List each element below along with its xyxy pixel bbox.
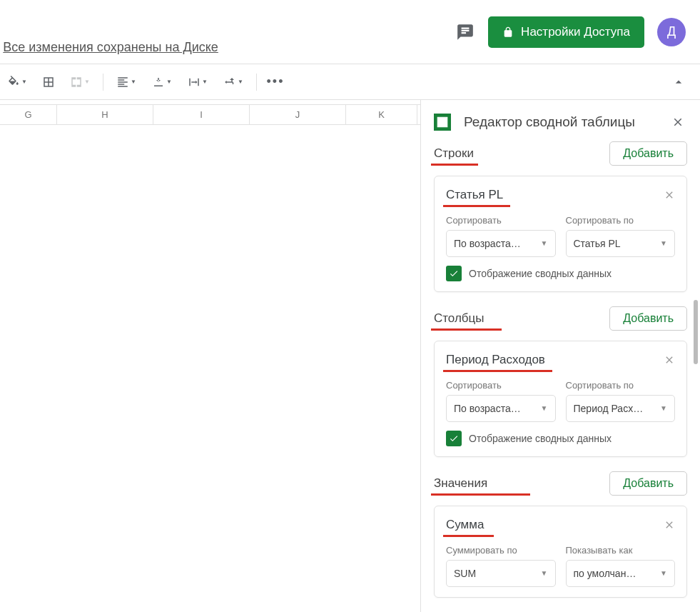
chevron-down-icon: ▼ — [202, 79, 208, 85]
chevron-down-icon: ▼ — [660, 404, 667, 412]
summarize-by-select[interactable]: SUM ▼ — [446, 560, 556, 587]
pivot-editor-panel: Редактор сводной таблицы Строки Добавить… — [420, 100, 700, 612]
sort-by-select[interactable]: Статья PL ▼ — [566, 230, 676, 257]
section-head: Значения Добавить — [434, 471, 687, 496]
row-field-card: Статья PL Сортировать По возраста… ▼ — [434, 176, 687, 292]
sort-order-select[interactable]: По возраста… ▼ — [446, 230, 556, 257]
merge-cells-button[interactable]: ▼ — [63, 69, 97, 95]
chevron-down-icon: ▼ — [660, 569, 667, 577]
col-header[interactable]: G — [0, 105, 57, 124]
header-left: ка Все изменения сохранены на Диске — [0, 40, 218, 55]
horizontal-align-button[interactable]: ▼ — [109, 69, 143, 95]
sort-order-label: Сортировать — [446, 215, 556, 226]
separator — [256, 74, 257, 91]
sort-order-value: По возраста… — [454, 238, 521, 249]
share-button-label: Настройки Доступа — [521, 25, 630, 39]
collapse-toolbar-button[interactable] — [666, 69, 691, 95]
annotation-underline — [431, 493, 530, 496]
header-right: Настройки Доступа Д — [455, 16, 686, 48]
chevron-down-icon: ▼ — [541, 404, 548, 412]
text-wrap-button[interactable]: ▼ — [181, 69, 215, 95]
fill-color-button[interactable]: ▼ — [0, 69, 34, 95]
check-icon — [449, 433, 459, 443]
col-header[interactable]: K — [346, 105, 417, 124]
show-as-label: Показывать как — [566, 545, 676, 556]
sort-by-value: Статья PL — [574, 238, 621, 249]
values-section-label: Значения — [434, 476, 487, 490]
show-totals-label: Отображение сводных данных — [469, 433, 612, 444]
values-section-title: Значения — [434, 476, 487, 491]
sort-order-field: Сортировать По возраста… ▼ — [446, 380, 556, 422]
sort-order-select[interactable]: По возраста… ▼ — [446, 395, 556, 422]
show-as-value: по умолчан… — [574, 568, 636, 579]
columns-section-label: Столбцы — [434, 311, 485, 325]
annotation-underline — [443, 370, 552, 372]
sort-by-field: Сортировать по Период Расх… ▼ — [566, 380, 676, 422]
borders-button[interactable] — [36, 69, 61, 95]
value-field-name-label: Сумма — [446, 518, 484, 531]
sort-order-field: Сортировать По возраста… ▼ — [446, 215, 556, 257]
comments-icon[interactable] — [455, 22, 475, 42]
vertical-align-button[interactable]: ▼ — [145, 69, 179, 95]
column-field-name-label: Период Расходов — [446, 353, 545, 366]
close-panel-button[interactable] — [671, 116, 684, 129]
show-as-field: Показывать как по умолчан… ▼ — [566, 545, 676, 587]
sort-order-label: Сортировать — [446, 380, 556, 391]
column-headers: G H I J K — [0, 105, 420, 125]
values-section: Значения Добавить Сумма Су — [421, 471, 700, 612]
col-header[interactable]: J — [250, 105, 346, 124]
summarize-by-label: Суммировать по — [446, 545, 556, 556]
show-totals-row[interactable]: Отображение сводных данных — [446, 431, 675, 446]
text-rotation-button[interactable]: ▼ — [216, 69, 250, 95]
sort-by-label: Сортировать по — [566, 215, 676, 226]
value-field-name: Сумма — [446, 518, 484, 532]
remove-column-field-button[interactable] — [664, 354, 675, 366]
col-header[interactable]: H — [57, 105, 153, 124]
column-field-name: Период Расходов — [446, 353, 545, 367]
remove-row-field-button[interactable] — [664, 189, 675, 201]
summarize-by-field: Суммировать по SUM ▼ — [446, 545, 556, 587]
toolbar: ▼ ▼ ▼ ▼ ▼ ▼ ••• — [0, 64, 700, 100]
main-area: G H I J K Редактор сводной таблицы Строк… — [0, 100, 700, 612]
annotation-underline — [431, 328, 502, 331]
share-button[interactable]: Настройки Доступа — [488, 16, 644, 48]
chevron-down-icon: ▼ — [166, 79, 172, 85]
sort-by-select[interactable]: Период Расх… ▼ — [566, 395, 676, 422]
show-totals-checkbox[interactable] — [446, 266, 462, 281]
sort-by-field: Сортировать по Статья PL ▼ — [566, 215, 676, 257]
avatar[interactable]: Д — [657, 18, 686, 46]
saved-status-link[interactable]: Все изменения сохранены на Диске — [3, 40, 218, 55]
summarize-by-value: SUM — [454, 568, 476, 579]
columns-section: Столбцы Добавить Период Расходов — [421, 306, 700, 471]
sort-by-label: Сортировать по — [566, 380, 676, 391]
add-row-field-button[interactable]: Добавить — [609, 141, 687, 166]
annotation-underline — [443, 535, 494, 537]
show-totals-row[interactable]: Отображение сводных данных — [446, 266, 675, 281]
add-column-field-button[interactable]: Добавить — [609, 306, 687, 331]
column-field-card: Период Расходов Сортировать По возраста…… — [434, 341, 687, 457]
annotation-underline — [431, 164, 478, 166]
remove-value-field-button[interactable] — [664, 519, 675, 531]
scrollbar-thumb[interactable] — [694, 300, 698, 364]
section-head: Строки Добавить — [434, 141, 687, 166]
section-head: Столбцы Добавить — [434, 306, 687, 331]
show-totals-label: Отображение сводных данных — [469, 268, 612, 279]
col-header[interactable]: I — [153, 105, 250, 124]
row-field-name: Статья PL — [446, 188, 503, 202]
more-button[interactable]: ••• — [263, 69, 288, 95]
show-totals-checkbox[interactable] — [446, 431, 462, 446]
rows-section-title: Строки — [434, 146, 474, 161]
chevron-down-icon: ▼ — [238, 79, 243, 85]
row-field-name-label: Статья PL — [446, 188, 503, 201]
panel-title: Редактор сводной таблицы — [464, 113, 659, 131]
add-value-field-button[interactable]: Добавить — [609, 471, 687, 496]
sheet-area[interactable]: G H I J K — [0, 100, 420, 612]
check-icon — [449, 269, 459, 279]
chevron-down-icon: ▼ — [84, 79, 90, 85]
chevron-down-icon: ▼ — [541, 569, 548, 577]
show-as-select[interactable]: по умолчан… ▼ — [566, 560, 676, 587]
chevron-down-icon: ▼ — [21, 79, 27, 85]
lock-icon — [502, 26, 514, 38]
app-header: ка Все изменения сохранены на Диске Наст… — [0, 0, 700, 64]
separator — [103, 74, 103, 91]
